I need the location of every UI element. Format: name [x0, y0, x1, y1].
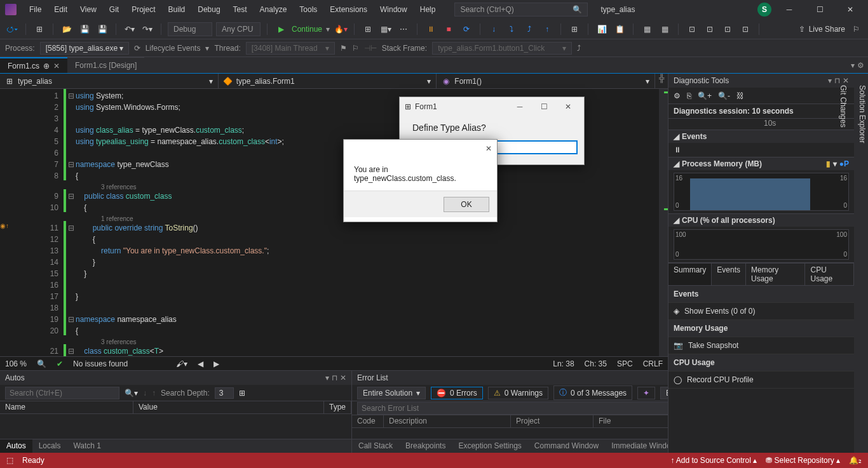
continue-label[interactable]: Continue: [292, 25, 322, 34]
close-button[interactable]: ✕: [557, 102, 579, 111]
menu-analyze[interactable]: Analyze: [254, 1, 294, 18]
platform-combo[interactable]: Any CPU: [216, 22, 261, 36]
item-events[interactable]: Events: [712, 264, 746, 285]
item-project[interactable]: Project: [511, 415, 593, 427]
thread-icon[interactable]: ⚑: [340, 44, 347, 53]
repo-button[interactable]: ⛃ Select Repository ▴: [766, 456, 840, 465]
tool-icon[interactable]: ▦: [640, 22, 654, 36]
step-icon[interactable]: ↓: [487, 22, 501, 36]
lifecycle-label[interactable]: Lifecycle Events: [146, 44, 201, 53]
menu-test[interactable]: Test: [227, 1, 254, 18]
step-over-icon[interactable]: ⤴: [522, 22, 536, 36]
item-memory-usage[interactable]: Memory Usage: [746, 264, 805, 285]
pause-icon[interactable]: ⏸: [424, 22, 438, 36]
depth-combo[interactable]: 3: [215, 387, 234, 399]
item-file[interactable]: File: [593, 415, 676, 427]
item-command-window[interactable]: Command Window: [528, 439, 605, 453]
item-exception-settings[interactable]: Exception Settings: [452, 439, 527, 453]
indent-mode[interactable]: SPC: [617, 359, 633, 368]
split-icon[interactable]: ╬: [655, 74, 668, 88]
line-col[interactable]: Ln: 38: [553, 359, 574, 368]
tool-icon[interactable]: ⊡: [721, 22, 735, 36]
lifecycle-icon[interactable]: ⟳: [134, 44, 140, 53]
live-share-button[interactable]: ⇪ Live Share: [799, 25, 845, 34]
close-icon[interactable]: ✕: [485, 144, 492, 153]
arrow-down-icon[interactable]: ↓: [143, 389, 147, 398]
redo-icon[interactable]: ↷▾: [140, 22, 154, 36]
save-icon[interactable]: 💾: [78, 22, 92, 36]
warnings-pill[interactable]: ⚠0 Warnings: [488, 387, 548, 399]
menu-build[interactable]: Build: [162, 1, 192, 18]
scroll-map[interactable]: [659, 89, 668, 356]
config-combo[interactable]: Debug: [168, 22, 212, 36]
step-into-icon[interactable]: ⤵: [505, 22, 519, 36]
tool-icon[interactable]: ⊞: [239, 389, 245, 398]
scope-combo[interactable]: Entire Solution▾: [357, 387, 426, 399]
item-type[interactable]: Type: [324, 401, 351, 413]
menu-project[interactable]: Project: [125, 1, 161, 18]
admin-icon[interactable]: ⚐: [849, 22, 863, 36]
step-out-icon[interactable]: ↑: [540, 22, 554, 36]
eol-mode[interactable]: CRLF: [643, 359, 663, 368]
pin-icon[interactable]: ⊓: [332, 373, 337, 382]
solution-explorer-tab[interactable]: Solution Explorer: [857, 80, 868, 453]
tab-form1-cs[interactable]: Form1.cs ⊕ ✕: [0, 57, 67, 73]
tab-form1-design[interactable]: Form1.cs [Design]: [67, 57, 144, 73]
stop-icon[interactable]: ■: [442, 22, 456, 36]
tool-icon[interactable]: ⋯: [397, 22, 410, 36]
tool-icon[interactable]: ▦: [658, 22, 672, 36]
item-watch-1[interactable]: Watch 1: [67, 439, 107, 453]
tool-icon[interactable]: ⛓: [736, 91, 744, 100]
source-control-button[interactable]: ↑ Add to Source Control ▴: [670, 456, 757, 465]
avatar[interactable]: S: [757, 3, 771, 17]
gear-icon[interactable]: ⚙: [674, 91, 681, 100]
tool-icon[interactable]: ▦▾: [379, 22, 393, 36]
zoom-icon[interactable]: 🔍: [37, 359, 46, 368]
show-events-row[interactable]: ◈Show Events (0 of 0): [668, 303, 854, 320]
item-description[interactable]: Description: [384, 415, 511, 427]
tool-icon[interactable]: ⊡: [685, 22, 699, 36]
nav-back-icon[interactable]: ⭯▾: [5, 22, 19, 36]
menu-help[interactable]: Help: [414, 1, 442, 18]
tool-icon[interactable]: ⤴: [577, 44, 581, 53]
item-autos[interactable]: Autos: [0, 439, 32, 453]
search-icon[interactable]: 🔍▾: [125, 389, 138, 398]
zoom-out-icon[interactable]: 🔍-: [718, 91, 730, 100]
cpu-chart[interactable]: 100 100 0 0: [674, 229, 849, 260]
arrow-up-icon[interactable]: ↑: [152, 389, 156, 398]
tool-icon[interactable]: ⊞: [567, 22, 581, 36]
restart-icon[interactable]: ⟳: [459, 22, 473, 36]
gc-icon[interactable]: ▮: [826, 159, 831, 168]
brush-icon[interactable]: 🖌▾: [176, 359, 187, 368]
open-icon[interactable]: 📂: [60, 22, 74, 36]
item-locals[interactable]: Locals: [32, 439, 67, 453]
nav-left-icon[interactable]: ◀: [198, 359, 203, 368]
char-col[interactable]: Ch: 35: [585, 359, 607, 368]
chevron-down-icon[interactable]: ▾: [851, 61, 855, 70]
pin-icon[interactable]: ⊕: [43, 62, 50, 70]
continue-icon[interactable]: ▶: [274, 22, 288, 36]
search-box[interactable]: Search (Ctrl+Q) 🔍: [454, 3, 588, 17]
menu-view[interactable]: View: [74, 1, 103, 18]
hot-reload-icon[interactable]: 🔥▾: [334, 22, 348, 36]
memory-chart[interactable]: 16 16 0 0: [674, 173, 849, 211]
stackframe-combo[interactable]: type_alias.Form1.button1_Click▾: [432, 42, 572, 55]
maximize-button[interactable]: ☐: [533, 102, 555, 111]
tool-icon[interactable]: 📊: [595, 22, 609, 36]
item-breakpoints[interactable]: Breakpoints: [399, 439, 452, 453]
thread-icon[interactable]: ⚐: [352, 44, 359, 53]
item-value[interactable]: Value: [133, 401, 324, 413]
issues-label[interactable]: No issues found: [73, 359, 128, 368]
tool-icon[interactable]: ⊡: [703, 22, 717, 36]
autos-search-input[interactable]: [5, 387, 119, 399]
errors-pill[interactable]: ⛔0 Errors: [431, 387, 483, 399]
zoom-in-icon[interactable]: 🔍+: [698, 91, 712, 100]
save-all-icon[interactable]: 💾: [95, 22, 109, 36]
item-call-stack[interactable]: Call Stack: [352, 439, 399, 453]
dropdown-icon[interactable]: ▾: [325, 373, 329, 382]
nav-namespace[interactable]: ⊞type_alias▾: [0, 74, 219, 88]
menu-extensions[interactable]: Extensions: [323, 1, 374, 18]
process-combo[interactable]: [5856] type_alias.exe▾: [40, 42, 129, 55]
gear-icon[interactable]: ⚙: [857, 61, 864, 70]
git-changes-tab[interactable]: Git Changes: [837, 80, 849, 453]
